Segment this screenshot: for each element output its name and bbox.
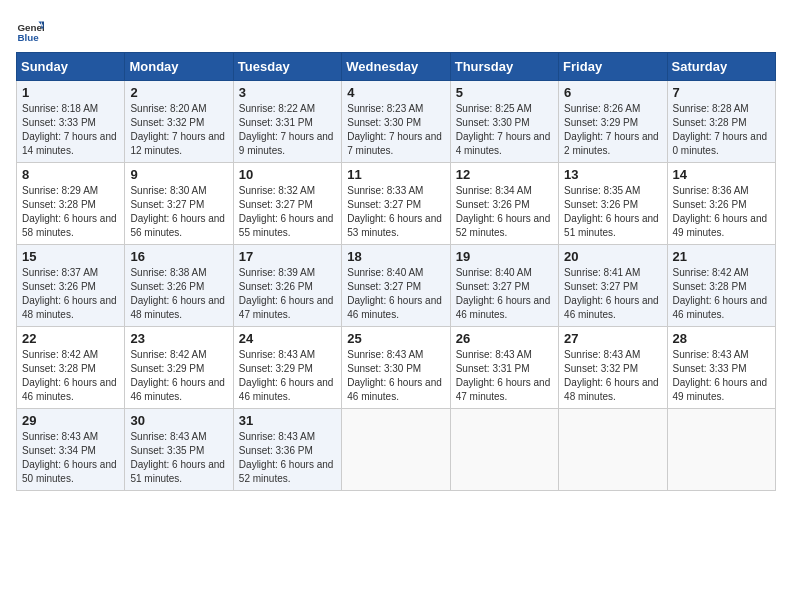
day-cell: 31 Sunrise: 8:43 AMSunset: 3:36 PMDaylig… xyxy=(233,409,341,491)
day-number: 24 xyxy=(239,331,336,346)
day-detail: Sunrise: 8:40 AMSunset: 3:27 PMDaylight:… xyxy=(456,266,553,322)
day-detail: Sunrise: 8:43 AMSunset: 3:33 PMDaylight:… xyxy=(673,348,770,404)
day-number: 5 xyxy=(456,85,553,100)
day-number: 17 xyxy=(239,249,336,264)
day-cell: 12 Sunrise: 8:34 AMSunset: 3:26 PMDaylig… xyxy=(450,163,558,245)
day-cell: 17 Sunrise: 8:39 AMSunset: 3:26 PMDaylig… xyxy=(233,245,341,327)
day-cell: 27 Sunrise: 8:43 AMSunset: 3:32 PMDaylig… xyxy=(559,327,667,409)
day-detail: Sunrise: 8:42 AMSunset: 3:28 PMDaylight:… xyxy=(22,348,119,404)
day-detail: Sunrise: 8:36 AMSunset: 3:26 PMDaylight:… xyxy=(673,184,770,240)
day-number: 12 xyxy=(456,167,553,182)
day-cell: 11 Sunrise: 8:33 AMSunset: 3:27 PMDaylig… xyxy=(342,163,450,245)
day-cell xyxy=(342,409,450,491)
day-detail: Sunrise: 8:41 AMSunset: 3:27 PMDaylight:… xyxy=(564,266,661,322)
day-detail: Sunrise: 8:20 AMSunset: 3:32 PMDaylight:… xyxy=(130,102,227,158)
day-number: 15 xyxy=(22,249,119,264)
day-detail: Sunrise: 8:22 AMSunset: 3:31 PMDaylight:… xyxy=(239,102,336,158)
day-number: 4 xyxy=(347,85,444,100)
day-cell: 23 Sunrise: 8:42 AMSunset: 3:29 PMDaylig… xyxy=(125,327,233,409)
day-detail: Sunrise: 8:23 AMSunset: 3:30 PMDaylight:… xyxy=(347,102,444,158)
column-header-sunday: Sunday xyxy=(17,53,125,81)
day-number: 2 xyxy=(130,85,227,100)
day-detail: Sunrise: 8:28 AMSunset: 3:28 PMDaylight:… xyxy=(673,102,770,158)
column-header-wednesday: Wednesday xyxy=(342,53,450,81)
week-row-1: 1 Sunrise: 8:18 AMSunset: 3:33 PMDayligh… xyxy=(17,81,776,163)
day-number: 19 xyxy=(456,249,553,264)
day-cell: 1 Sunrise: 8:18 AMSunset: 3:33 PMDayligh… xyxy=(17,81,125,163)
week-row-4: 22 Sunrise: 8:42 AMSunset: 3:28 PMDaylig… xyxy=(17,327,776,409)
logo: General Blue xyxy=(16,16,48,44)
day-number: 31 xyxy=(239,413,336,428)
day-detail: Sunrise: 8:37 AMSunset: 3:26 PMDaylight:… xyxy=(22,266,119,322)
day-detail: Sunrise: 8:39 AMSunset: 3:26 PMDaylight:… xyxy=(239,266,336,322)
header: General Blue xyxy=(16,16,776,44)
day-detail: Sunrise: 8:40 AMSunset: 3:27 PMDaylight:… xyxy=(347,266,444,322)
day-number: 23 xyxy=(130,331,227,346)
day-detail: Sunrise: 8:43 AMSunset: 3:35 PMDaylight:… xyxy=(130,430,227,486)
column-header-thursday: Thursday xyxy=(450,53,558,81)
day-detail: Sunrise: 8:43 AMSunset: 3:29 PMDaylight:… xyxy=(239,348,336,404)
day-cell: 29 Sunrise: 8:43 AMSunset: 3:34 PMDaylig… xyxy=(17,409,125,491)
day-cell: 22 Sunrise: 8:42 AMSunset: 3:28 PMDaylig… xyxy=(17,327,125,409)
day-detail: Sunrise: 8:43 AMSunset: 3:32 PMDaylight:… xyxy=(564,348,661,404)
day-detail: Sunrise: 8:26 AMSunset: 3:29 PMDaylight:… xyxy=(564,102,661,158)
day-detail: Sunrise: 8:43 AMSunset: 3:34 PMDaylight:… xyxy=(22,430,119,486)
day-cell: 18 Sunrise: 8:40 AMSunset: 3:27 PMDaylig… xyxy=(342,245,450,327)
svg-text:Blue: Blue xyxy=(17,32,39,43)
day-cell: 10 Sunrise: 8:32 AMSunset: 3:27 PMDaylig… xyxy=(233,163,341,245)
day-number: 25 xyxy=(347,331,444,346)
day-cell: 24 Sunrise: 8:43 AMSunset: 3:29 PMDaylig… xyxy=(233,327,341,409)
day-cell: 7 Sunrise: 8:28 AMSunset: 3:28 PMDayligh… xyxy=(667,81,775,163)
day-cell: 14 Sunrise: 8:36 AMSunset: 3:26 PMDaylig… xyxy=(667,163,775,245)
day-number: 26 xyxy=(456,331,553,346)
day-detail: Sunrise: 8:43 AMSunset: 3:30 PMDaylight:… xyxy=(347,348,444,404)
day-detail: Sunrise: 8:33 AMSunset: 3:27 PMDaylight:… xyxy=(347,184,444,240)
column-header-monday: Monday xyxy=(125,53,233,81)
day-detail: Sunrise: 8:34 AMSunset: 3:26 PMDaylight:… xyxy=(456,184,553,240)
day-cell: 25 Sunrise: 8:43 AMSunset: 3:30 PMDaylig… xyxy=(342,327,450,409)
column-header-saturday: Saturday xyxy=(667,53,775,81)
day-cell: 9 Sunrise: 8:30 AMSunset: 3:27 PMDayligh… xyxy=(125,163,233,245)
header-row: SundayMondayTuesdayWednesdayThursdayFrid… xyxy=(17,53,776,81)
day-cell: 5 Sunrise: 8:25 AMSunset: 3:30 PMDayligh… xyxy=(450,81,558,163)
day-number: 7 xyxy=(673,85,770,100)
day-number: 18 xyxy=(347,249,444,264)
column-header-friday: Friday xyxy=(559,53,667,81)
day-number: 29 xyxy=(22,413,119,428)
day-number: 3 xyxy=(239,85,336,100)
day-cell: 15 Sunrise: 8:37 AMSunset: 3:26 PMDaylig… xyxy=(17,245,125,327)
day-detail: Sunrise: 8:43 AMSunset: 3:31 PMDaylight:… xyxy=(456,348,553,404)
day-cell: 8 Sunrise: 8:29 AMSunset: 3:28 PMDayligh… xyxy=(17,163,125,245)
day-detail: Sunrise: 8:42 AMSunset: 3:28 PMDaylight:… xyxy=(673,266,770,322)
day-detail: Sunrise: 8:43 AMSunset: 3:36 PMDaylight:… xyxy=(239,430,336,486)
column-header-tuesday: Tuesday xyxy=(233,53,341,81)
logo-icon: General Blue xyxy=(16,16,44,44)
day-number: 1 xyxy=(22,85,119,100)
day-number: 27 xyxy=(564,331,661,346)
day-cell: 4 Sunrise: 8:23 AMSunset: 3:30 PMDayligh… xyxy=(342,81,450,163)
day-cell: 3 Sunrise: 8:22 AMSunset: 3:31 PMDayligh… xyxy=(233,81,341,163)
day-number: 13 xyxy=(564,167,661,182)
day-cell: 20 Sunrise: 8:41 AMSunset: 3:27 PMDaylig… xyxy=(559,245,667,327)
day-cell: 30 Sunrise: 8:43 AMSunset: 3:35 PMDaylig… xyxy=(125,409,233,491)
day-detail: Sunrise: 8:18 AMSunset: 3:33 PMDaylight:… xyxy=(22,102,119,158)
day-number: 30 xyxy=(130,413,227,428)
day-detail: Sunrise: 8:30 AMSunset: 3:27 PMDaylight:… xyxy=(130,184,227,240)
day-number: 10 xyxy=(239,167,336,182)
calendar-table: SundayMondayTuesdayWednesdayThursdayFrid… xyxy=(16,52,776,491)
day-cell: 19 Sunrise: 8:40 AMSunset: 3:27 PMDaylig… xyxy=(450,245,558,327)
day-detail: Sunrise: 8:42 AMSunset: 3:29 PMDaylight:… xyxy=(130,348,227,404)
day-number: 16 xyxy=(130,249,227,264)
day-cell: 21 Sunrise: 8:42 AMSunset: 3:28 PMDaylig… xyxy=(667,245,775,327)
day-detail: Sunrise: 8:32 AMSunset: 3:27 PMDaylight:… xyxy=(239,184,336,240)
day-cell xyxy=(667,409,775,491)
day-number: 14 xyxy=(673,167,770,182)
week-row-2: 8 Sunrise: 8:29 AMSunset: 3:28 PMDayligh… xyxy=(17,163,776,245)
day-cell: 6 Sunrise: 8:26 AMSunset: 3:29 PMDayligh… xyxy=(559,81,667,163)
day-cell: 2 Sunrise: 8:20 AMSunset: 3:32 PMDayligh… xyxy=(125,81,233,163)
day-number: 20 xyxy=(564,249,661,264)
day-detail: Sunrise: 8:25 AMSunset: 3:30 PMDaylight:… xyxy=(456,102,553,158)
day-number: 9 xyxy=(130,167,227,182)
day-number: 6 xyxy=(564,85,661,100)
day-cell: 28 Sunrise: 8:43 AMSunset: 3:33 PMDaylig… xyxy=(667,327,775,409)
